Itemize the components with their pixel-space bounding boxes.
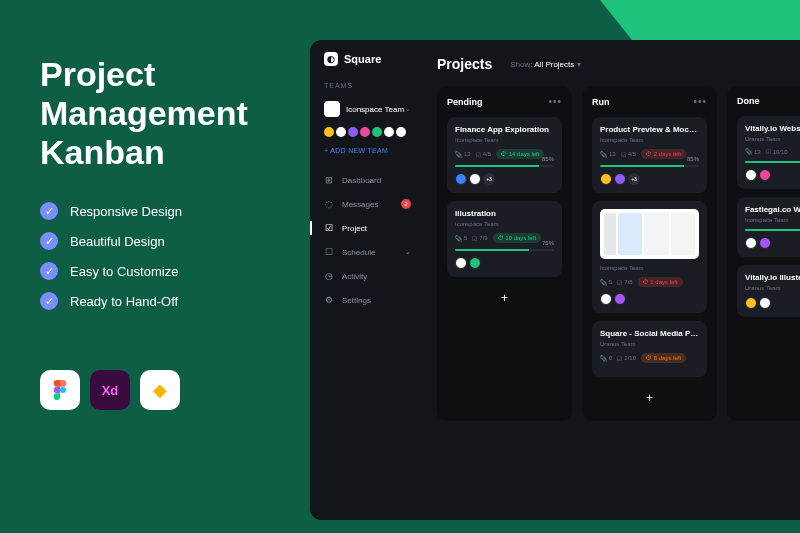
team-selector[interactable]: Iconspace Team ⌄ bbox=[310, 97, 425, 121]
sidebar: ◐ Square TEAMS Iconspace Team ⌄ + ADD NE… bbox=[310, 40, 425, 520]
promo-panel: Project Management Kanban ✓Responsive De… bbox=[40, 55, 248, 410]
nav-project[interactable]: ☑Project bbox=[310, 216, 425, 240]
avatar-more[interactable]: +3 bbox=[483, 173, 495, 185]
days-badge: ⏱ 2 days left bbox=[641, 149, 686, 159]
card-meta: 📎 13 ☑ 10/10 bbox=[745, 148, 800, 155]
member-avatar[interactable] bbox=[336, 127, 346, 137]
kanban-card[interactable]: Illustration Iconspace Team 📎 5 ☑ 7/9 ⏱ … bbox=[447, 201, 562, 277]
team-members bbox=[310, 127, 425, 137]
attachment-count: 📎 0 bbox=[600, 355, 612, 362]
card-preview-image bbox=[600, 209, 699, 259]
card-title: Illustration bbox=[455, 209, 554, 218]
progress: 85% bbox=[600, 165, 699, 167]
card-avatars: +3 bbox=[600, 173, 699, 185]
avatar-more[interactable]: +3 bbox=[628, 173, 640, 185]
days-badge: ⏱ 14 days left bbox=[496, 149, 544, 159]
nav-schedule[interactable]: ☐Schedule⌄ bbox=[310, 240, 425, 264]
column-title: Run bbox=[592, 97, 610, 107]
column-header: Done bbox=[737, 96, 800, 106]
logo-text: Square bbox=[344, 53, 381, 65]
avatar[interactable] bbox=[745, 297, 757, 309]
nav-messages[interactable]: ◌Messages2 bbox=[310, 192, 425, 216]
chevron-down-icon: ⌄ bbox=[405, 248, 411, 256]
check-icon: ✓ bbox=[40, 202, 58, 220]
main-content: Projects Show: All Projects ▾ Pending ••… bbox=[425, 40, 800, 520]
page-header: Projects Show: All Projects ▾ bbox=[437, 56, 800, 72]
more-icon[interactable]: ••• bbox=[693, 96, 707, 107]
card-team: Iconspace Team bbox=[600, 137, 699, 143]
column-header: Pending ••• bbox=[447, 96, 562, 107]
logo-icon: ◐ bbox=[324, 52, 338, 66]
add-team-button[interactable]: + ADD NEW TEAM bbox=[310, 147, 425, 154]
promo-title-line: Project bbox=[40, 55, 248, 94]
nav-settings[interactable]: ⚙Settings bbox=[310, 288, 425, 312]
promo-title-line: Management bbox=[40, 94, 248, 133]
avatar[interactable] bbox=[759, 237, 771, 249]
kanban-card[interactable]: Finance App Exploration Iconspace Team 📎… bbox=[447, 117, 562, 193]
card-team: Uranus Team bbox=[745, 285, 800, 291]
card-avatars bbox=[745, 237, 800, 249]
member-avatar[interactable] bbox=[384, 127, 394, 137]
kanban-card[interactable]: Fastlegal.co Website Iconspace Team bbox=[737, 197, 800, 257]
card-team: Iconspace Team bbox=[600, 265, 699, 271]
card-avatars bbox=[600, 293, 699, 305]
column-title: Done bbox=[737, 96, 760, 106]
avatar[interactable] bbox=[469, 257, 481, 269]
avatar[interactable] bbox=[614, 173, 626, 185]
avatar[interactable] bbox=[759, 297, 771, 309]
task-count: ☑ 4/5 bbox=[621, 151, 636, 158]
kanban-card[interactable]: Vitally.io Illustration Uranus Team bbox=[737, 265, 800, 317]
check-icon: ✓ bbox=[40, 262, 58, 280]
attachment-count: 📎 13 bbox=[600, 151, 616, 158]
column-done: Done Vitally.io Website Uranus Team 📎 13… bbox=[727, 86, 800, 421]
avatar[interactable] bbox=[469, 173, 481, 185]
filter-label: Show: bbox=[510, 60, 532, 69]
avatar[interactable] bbox=[745, 237, 757, 249]
member-avatar[interactable] bbox=[324, 127, 334, 137]
avatar[interactable] bbox=[455, 173, 467, 185]
kanban-card[interactable]: Iconspace Team 📎 5 ☑ 7/8 ⏱ 1 days left bbox=[592, 201, 707, 313]
member-avatar[interactable] bbox=[372, 127, 382, 137]
kanban-columns: Pending ••• Finance App Exploration Icon… bbox=[437, 86, 800, 421]
avatar[interactable] bbox=[745, 169, 757, 181]
task-count: ☑ 2/10 bbox=[617, 355, 636, 362]
avatar[interactable] bbox=[614, 293, 626, 305]
column-title: Pending bbox=[447, 97, 483, 107]
card-avatars bbox=[745, 169, 800, 181]
kanban-card[interactable]: Vitally.io Website Uranus Team 📎 13 ☑ 10… bbox=[737, 116, 800, 189]
progress-pct: 85% bbox=[542, 156, 554, 162]
add-card-button[interactable]: + bbox=[592, 385, 707, 411]
member-avatar[interactable] bbox=[360, 127, 370, 137]
card-team: Iconspace Team bbox=[745, 217, 800, 223]
avatar[interactable] bbox=[455, 257, 467, 269]
feature-item: ✓Easy to Customize bbox=[40, 262, 248, 280]
kanban-card[interactable]: Product Preview & Mock up for... Iconspa… bbox=[592, 117, 707, 193]
card-title: Square - Social Media Plan bbox=[600, 329, 699, 338]
add-card-button[interactable]: + bbox=[447, 285, 562, 311]
nav-label: Project bbox=[342, 224, 367, 233]
check-icon: ✓ bbox=[40, 292, 58, 310]
feature-item: ✓Ready to Hand-Off bbox=[40, 292, 248, 310]
feature-item: ✓Responsive Design bbox=[40, 202, 248, 220]
avatar[interactable] bbox=[600, 173, 612, 185]
days-badge: ⏱ 10 days left bbox=[493, 233, 541, 243]
filter-dropdown[interactable]: Show: All Projects ▾ bbox=[510, 60, 580, 69]
member-avatar[interactable] bbox=[348, 127, 358, 137]
progress bbox=[745, 161, 800, 163]
avatar[interactable] bbox=[600, 293, 612, 305]
days-badge: ⏱ 1 days left bbox=[638, 277, 683, 287]
feature-text: Easy to Customize bbox=[70, 264, 178, 279]
card-title: Vitally.io Website bbox=[745, 124, 800, 133]
avatar[interactable] bbox=[759, 169, 771, 181]
member-avatar[interactable] bbox=[396, 127, 406, 137]
nav-activity[interactable]: ◷Activity bbox=[310, 264, 425, 288]
more-icon[interactable]: ••• bbox=[548, 96, 562, 107]
card-avatars bbox=[745, 297, 800, 309]
nav-dashboard[interactable]: ⊞Dashboard bbox=[310, 168, 425, 192]
xd-icon: Xd bbox=[90, 370, 130, 410]
card-meta: 📎 5 ☑ 7/9 ⏱ 10 days left bbox=[455, 233, 554, 243]
kanban-card[interactable]: Square - Social Media Plan Uranus Team 📎… bbox=[592, 321, 707, 377]
attachment-count: 📎 5 bbox=[455, 235, 467, 242]
app-logo[interactable]: ◐ Square bbox=[310, 52, 425, 66]
card-meta: 📎 13 ☑ 4/5 ⏱ 14 days left bbox=[455, 149, 554, 159]
